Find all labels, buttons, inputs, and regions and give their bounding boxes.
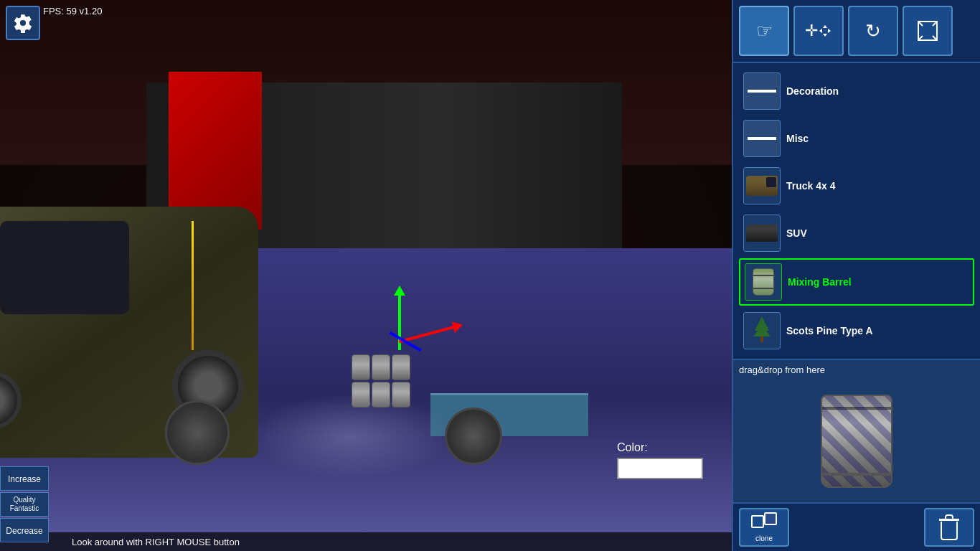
list-item-misc[interactable]: Misc (739, 116, 974, 161)
misc-label: Misc (786, 133, 809, 144)
quality-button[interactable]: Quality Fantastic (0, 492, 49, 517)
toolbar: ☞ ✛ ↻ (733, 0, 980, 63)
pine-trunk (760, 336, 763, 342)
increase-button[interactable]: Increase (0, 466, 49, 491)
vehicle-wheel-back (0, 372, 22, 429)
mixing-barrel-label: Mixing Barrel (788, 276, 852, 288)
barrel-preview (821, 395, 892, 488)
tool-scale-button[interactable] (903, 6, 953, 56)
color-label: Color: (617, 441, 710, 454)
color-area: Color: (617, 441, 710, 479)
tool-move-button[interactable]: ✛ (793, 6, 844, 56)
decrease-button[interactable]: Decrease (0, 518, 49, 542)
red-box (169, 72, 262, 230)
list-item-decoration[interactable]: Decoration (739, 69, 974, 113)
truck4x4-icon (746, 176, 778, 196)
list-item-truck4x4[interactable]: Truck 4x 4 (739, 164, 974, 208)
decoration-icon-box (743, 72, 781, 110)
trash-lid (939, 519, 959, 521)
rotate-icon: ↻ (865, 20, 881, 42)
clone-button[interactable]: clone (739, 508, 789, 547)
transform-arrows (373, 286, 430, 372)
joystick-right[interactable] (445, 408, 502, 465)
scots-pine-icon-box (743, 312, 781, 349)
arrow-z-axis (389, 331, 421, 352)
color-swatch[interactable] (617, 458, 703, 479)
delete-icon (939, 514, 959, 540)
suv-icon (746, 225, 778, 242)
scots-pine-icon (755, 316, 769, 345)
tool-rotate-button[interactable]: ↻ (848, 6, 898, 56)
mixing-barrel-icon-box (745, 263, 782, 301)
pine-mid (753, 325, 771, 336)
fps-counter: FPS: 59 v1.20 (43, 6, 102, 17)
gear-button[interactable] (6, 6, 40, 40)
list-item-scots-pine[interactable]: Scots Pine Type A (739, 309, 974, 353)
misc-icon-line (748, 137, 776, 140)
truck4x4-label: Truck 4x 4 (786, 180, 836, 192)
quality-value: Fantastic (10, 504, 39, 513)
delete-button[interactable] (924, 508, 974, 547)
hint-text: Look around with RIGHT MOUSE button (72, 537, 240, 547)
game-viewport[interactable]: FPS: 59 v1.20 Color: Look around with RI… (0, 0, 732, 551)
light-spot (251, 393, 452, 479)
preview-area: drag&drop from here (733, 359, 980, 502)
clone-icon (751, 512, 777, 532)
clone-box2 (764, 512, 777, 525)
tool-pointer-button[interactable]: ☞ (739, 6, 789, 56)
suv-icon-box (743, 215, 781, 252)
truck4x4-icon-box (743, 167, 781, 204)
scene-barrel-1 (352, 354, 370, 380)
move-arrows-icon (818, 24, 832, 38)
decoration-label: Decoration (786, 85, 839, 97)
gear-icon (13, 13, 33, 33)
clone-box1 (751, 515, 764, 528)
vehicle-antenna (192, 221, 194, 350)
barrel-stripe (822, 396, 891, 486)
scots-pine-label: Scots Pine Type A (786, 325, 873, 336)
right-panel: ☞ ✛ ↻ Decoration (732, 0, 980, 551)
trash-body (941, 522, 958, 540)
pointer-icon: ☞ (756, 20, 773, 42)
fps-display: FPS: 59 v1.20 (43, 6, 102, 17)
preview-canvas[interactable] (733, 380, 980, 502)
misc-icon-box (743, 120, 781, 157)
clone-label: clone (755, 534, 773, 542)
quality-label: Quality (13, 496, 35, 504)
decoration-icon-line (748, 90, 776, 93)
joystick-left[interactable] (165, 400, 230, 465)
item-list: Decoration Misc Truck 4x 4 SUV (733, 63, 980, 359)
suv-label: SUV (786, 227, 807, 239)
preview-label: drag&drop from here (733, 360, 980, 380)
bottom-toolbar: clone (733, 502, 980, 551)
left-controls: Increase Quality Fantastic Decrease (0, 466, 49, 542)
mixing-barrel-icon (753, 268, 774, 296)
scale-icon (917, 20, 938, 42)
move-icon: ✛ (805, 22, 818, 40)
info-bar: Look around with RIGHT MOUSE button (0, 532, 732, 551)
list-item-suv[interactable]: SUV (739, 211, 974, 255)
list-item-mixing-barrel[interactable]: Mixing Barrel (739, 258, 974, 306)
